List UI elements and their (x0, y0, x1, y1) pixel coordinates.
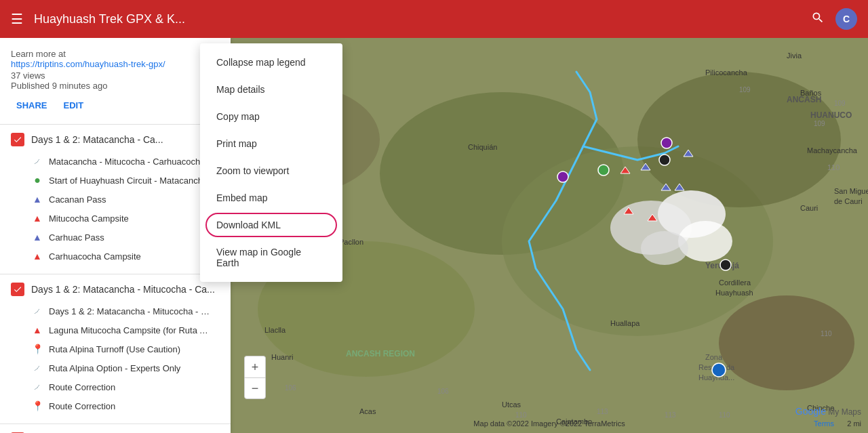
menu-item-details[interactable]: Map details (200, 76, 342, 103)
menu-item-copy[interactable]: Copy map (200, 103, 342, 130)
app-title: Huayhuash Trek GPX & K... (34, 12, 800, 26)
menu-item-zoom[interactable]: Zoom to viewport (200, 157, 342, 184)
menu-icon[interactable]: ☰ (11, 11, 23, 27)
menu-item-collapse[interactable]: Collapse map legend (200, 49, 342, 76)
menu-item-google-earth[interactable]: View map in Google Earth (200, 239, 342, 276)
main-layout: Learn more at https://triptins.com/huayh… (0, 38, 868, 433)
dropdown-menu: Collapse map legend Map details Copy map… (200, 43, 342, 282)
search-icon[interactable] (811, 11, 825, 28)
user-avatar[interactable]: C (835, 8, 857, 30)
menu-item-download-kml[interactable]: Download KML (200, 211, 342, 239)
dropdown-overlay[interactable]: Collapse map legend Map details Copy map… (0, 38, 868, 433)
topbar: ☰ Huayhuash Trek GPX & K... C (0, 0, 868, 38)
menu-item-embed[interactable]: Embed map (200, 184, 342, 211)
menu-item-print[interactable]: Print map (200, 130, 342, 157)
